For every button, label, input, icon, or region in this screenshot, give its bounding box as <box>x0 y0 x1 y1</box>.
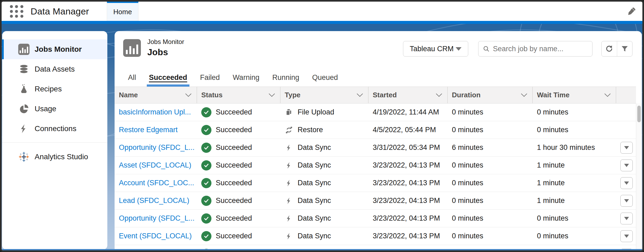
duration-text: 0 minutes <box>452 108 483 116</box>
filter-button[interactable] <box>617 41 632 56</box>
status-text: Succeeded <box>216 108 252 116</box>
panel-header: Jobs Monitor Jobs Tableau CRM <box>115 31 642 69</box>
sidebar-item-data-assets[interactable]: Data Assets <box>2 59 107 79</box>
triangle-down-icon <box>624 199 629 202</box>
status-text: Succeeded <box>216 197 252 205</box>
type-text: Data Sync <box>298 143 331 152</box>
triangle-down-icon <box>624 181 629 185</box>
table-row: Lead (SFDC_LOCAL) Succeeded Data Sync 3/… <box>115 192 636 210</box>
table-row: Restore Edgemart Succeeded Restore 4/5/2… <box>115 121 636 139</box>
window-bottom-edge <box>2 249 642 250</box>
chevron-down-icon <box>521 93 528 97</box>
success-check-icon <box>201 143 211 153</box>
tab-label: Failed <box>200 73 220 82</box>
job-name-link[interactable]: Opportunity (SFDC_L... <box>119 214 195 223</box>
job-name-link[interactable]: Opportunity (SFDC_L... <box>119 143 195 152</box>
sidebar-item-connections[interactable]: Connections <box>2 119 107 139</box>
wait-time-text: 0 minutes <box>537 126 568 134</box>
sidebar-item-label: Data Assets <box>35 65 75 73</box>
column-label: Type <box>285 91 301 99</box>
duration-text: 0 minutes <box>452 126 483 134</box>
data-sync-bolt-icon <box>285 232 293 240</box>
column-header-duration[interactable]: Duration <box>448 87 533 103</box>
started-text: 3/23/2022, 04:13 PM <box>373 179 440 187</box>
data-sync-bolt-icon <box>285 162 293 169</box>
row-actions-dropdown-button[interactable] <box>620 160 633 171</box>
sidebar-nav-list: Jobs Monitor Data Assets <box>2 39 107 167</box>
sidebar-item-jobs-monitor[interactable]: Jobs Monitor <box>2 39 107 59</box>
app-selector-dropdown[interactable]: Tableau CRM <box>403 41 468 57</box>
page-title: Jobs <box>147 47 184 57</box>
column-header-status[interactable]: Status <box>197 87 280 103</box>
row-actions-dropdown-button[interactable] <box>620 195 633 207</box>
tab-all[interactable]: All <box>126 69 138 87</box>
started-text: 3/23/2022, 04:13 PM <box>373 214 440 223</box>
chevron-down-icon <box>185 93 192 97</box>
status-text: Succeeded <box>216 126 252 134</box>
tab-failed[interactable]: Failed <box>198 69 222 87</box>
column-header-type[interactable]: Type <box>280 87 368 103</box>
tab-home[interactable]: Home <box>107 2 138 21</box>
wait-time-text: 1 hour 30 minutes <box>537 143 595 152</box>
bolt-icon <box>18 124 30 134</box>
tab-running[interactable]: Running <box>270 69 302 87</box>
job-name-link[interactable]: Asset (SFDC_LOCAL) <box>119 161 191 169</box>
tab-label: Running <box>272 73 299 82</box>
tab-succeeded[interactable]: Succeeded <box>147 69 189 87</box>
app-window: Data Manager Home <box>0 0 644 252</box>
sidebar-item-analytics-studio[interactable]: Analytics Studio <box>2 147 107 167</box>
type-text: Data Sync <box>298 161 331 169</box>
sidebar-item-label: Analytics Studio <box>35 153 88 161</box>
tab-queued[interactable]: Queued <box>310 69 340 87</box>
success-check-icon <box>201 178 211 188</box>
app-selector-value: Tableau CRM <box>410 45 454 53</box>
row-actions-dropdown-button[interactable] <box>620 177 633 189</box>
triangle-down-icon <box>624 164 629 167</box>
search-icon <box>483 45 490 53</box>
global-header: Data Manager Home <box>2 2 642 21</box>
column-header-actions <box>616 87 636 103</box>
table-row: Event (SFDC_LOCAL) Succeeded Data Sync 3… <box>115 227 636 245</box>
duration-text: 0 minutes <box>452 161 483 169</box>
row-actions-dropdown-button[interactable] <box>620 213 633 224</box>
app-launcher-icon[interactable] <box>10 4 24 18</box>
started-text: 4/19/2022, 11:44 AM <box>373 108 439 116</box>
row-actions-dropdown-button[interactable] <box>620 230 633 242</box>
scrollbar-thumb[interactable] <box>637 106 641 122</box>
sidebar-item-label: Usage <box>35 105 56 113</box>
workspace-background: Jobs Monitor Data Assets <box>2 24 642 250</box>
chevron-down-icon <box>356 93 363 97</box>
app-title: Data Manager <box>31 2 89 21</box>
row-actions-dropdown-button[interactable] <box>620 142 633 154</box>
sidebar-item-recipes[interactable]: Recipes <box>2 79 107 99</box>
column-header-started[interactable]: Started <box>368 87 448 103</box>
table-row: Opportunity (SFDC_L... Succeeded Data Sy… <box>115 210 636 227</box>
column-header-name[interactable]: Name <box>115 87 197 103</box>
filter-icon <box>621 45 629 53</box>
column-header-wait-time[interactable]: Wait Time <box>533 87 616 103</box>
job-name-link[interactable]: Event (SFDC_LOCAL) <box>119 232 192 240</box>
job-name-link[interactable]: basicInformation Upl... <box>119 108 191 116</box>
refresh-button[interactable] <box>602 41 617 56</box>
vertical-scrollbar[interactable] <box>636 103 642 249</box>
job-name-link[interactable]: Lead (SFDC_LOCAL) <box>119 197 189 205</box>
triangle-down-icon <box>624 235 629 238</box>
search-input[interactable] <box>493 45 588 53</box>
table-row: Account (SFDC_LOC... Succeeded Data Sync… <box>115 174 636 192</box>
started-text: 3/31/2022, 05:34 PM <box>373 143 440 152</box>
started-text: 3/23/2022, 04:13 PM <box>373 161 440 169</box>
edit-pencil-icon[interactable] <box>626 6 637 17</box>
status-text: Succeeded <box>216 161 252 169</box>
type-text: Restore <box>298 126 323 134</box>
triangle-down-icon <box>624 146 629 149</box>
chevron-down-icon <box>456 47 462 51</box>
data-sync-bolt-icon <box>285 215 293 222</box>
started-text: 4/5/2022, 05:44 PM <box>373 126 436 134</box>
job-name-link[interactable]: Account (SFDC_LOC... <box>119 179 194 187</box>
bar-chart-icon <box>18 44 30 55</box>
tab-warning[interactable]: Warning <box>230 69 262 87</box>
job-name-link[interactable]: Restore Edgemart <box>119 126 178 134</box>
jobs-monitor-icon <box>123 39 141 57</box>
duration-text: 6 minutes <box>452 143 483 152</box>
sidebar-item-usage[interactable]: Usage <box>2 99 107 119</box>
